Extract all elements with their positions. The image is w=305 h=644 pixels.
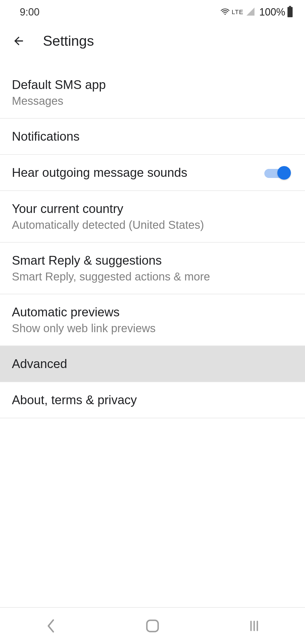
setting-subtitle: Messages bbox=[12, 95, 106, 107]
svg-rect-0 bbox=[289, 6, 291, 7]
svg-rect-2 bbox=[147, 620, 158, 632]
setting-title: Advanced bbox=[12, 357, 67, 371]
system-nav-bar bbox=[0, 607, 305, 644]
battery-percent: 100% bbox=[259, 6, 285, 18]
setting-title: Notifications bbox=[12, 129, 80, 143]
home-square-icon bbox=[145, 619, 160, 633]
svg-rect-1 bbox=[287, 7, 293, 17]
setting-title: Hear outgoing message sounds bbox=[12, 166, 187, 180]
app-bar: Settings bbox=[0, 24, 305, 58]
setting-title: Default SMS app bbox=[12, 78, 106, 92]
setting-smart-reply[interactable]: Smart Reply & suggestions Smart Reply, s… bbox=[0, 243, 305, 294]
back-button[interactable] bbox=[12, 34, 25, 48]
toggle-thumb bbox=[277, 166, 291, 180]
nav-home-button[interactable] bbox=[143, 617, 162, 635]
setting-subtitle: Smart Reply, suggested actions & more bbox=[12, 270, 210, 283]
status-time: 9:00 bbox=[20, 6, 40, 18]
setting-title: About, terms & privacy bbox=[12, 393, 137, 407]
nav-recents-button[interactable] bbox=[245, 617, 263, 635]
settings-list: Default SMS app Messages Notifications H… bbox=[0, 58, 305, 607]
setting-automatic-previews[interactable]: Automatic previews Show only web link pr… bbox=[0, 294, 305, 346]
setting-notifications[interactable]: Notifications bbox=[0, 119, 305, 155]
setting-current-country[interactable]: Your current country Automatically detec… bbox=[0, 191, 305, 243]
cellular-signal-icon bbox=[246, 7, 255, 18]
setting-subtitle: Show only web link previews bbox=[12, 322, 156, 335]
wifi-icon bbox=[220, 7, 230, 18]
setting-title: Your current country bbox=[12, 202, 204, 216]
outgoing-sounds-toggle[interactable] bbox=[264, 166, 289, 180]
setting-default-sms[interactable]: Default SMS app Messages bbox=[0, 58, 305, 119]
setting-outgoing-sounds[interactable]: Hear outgoing message sounds bbox=[0, 155, 305, 191]
page-title: Settings bbox=[43, 33, 94, 49]
setting-advanced[interactable]: Advanced bbox=[0, 346, 305, 382]
chevron-left-icon bbox=[46, 619, 56, 633]
setting-title: Smart Reply & suggestions bbox=[12, 253, 210, 267]
battery-icon bbox=[287, 6, 293, 18]
setting-title: Automatic previews bbox=[12, 305, 156, 319]
arrow-back-icon bbox=[12, 34, 25, 47]
recents-icon bbox=[247, 619, 261, 633]
status-indicators: LTE 100% bbox=[220, 6, 293, 18]
setting-subtitle: Automatically detected (United States) bbox=[12, 219, 204, 231]
setting-about[interactable]: About, terms & privacy bbox=[0, 382, 305, 418]
status-bar: 9:00 LTE 100% bbox=[0, 0, 305, 24]
nav-back-button[interactable] bbox=[42, 617, 60, 635]
lte-label: LTE bbox=[232, 8, 243, 16]
